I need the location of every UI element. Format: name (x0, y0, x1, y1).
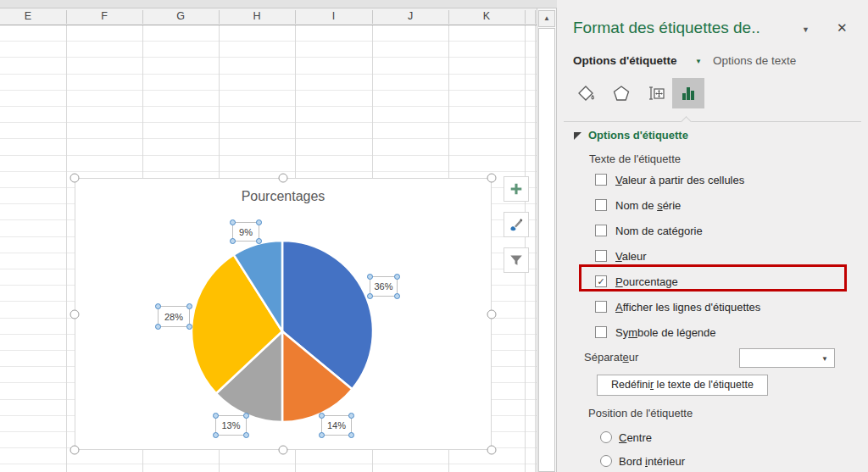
chart-handle-middle-right[interactable] (487, 310, 497, 319)
checkbox-label: Afficher les lignes d'étiquettes (615, 301, 760, 314)
pentagon-icon (612, 84, 631, 103)
data-label-13pct[interactable]: 13% (215, 415, 247, 436)
data-label-28pct[interactable]: 28% (158, 306, 190, 327)
reset-label-text-button[interactable]: Redéfinir le texte de l'étiquette (597, 375, 768, 396)
chart-handle-bottom-right[interactable] (487, 446, 497, 455)
fill-line-tab[interactable] (570, 78, 601, 108)
column-header-G[interactable]: G (142, 8, 219, 25)
funnel-icon (509, 253, 524, 268)
pane-dropdown-icon[interactable]: ▼ (802, 25, 810, 34)
chart-handle-top-right[interactable] (487, 174, 497, 183)
checkbox-valeur[interactable]: Valeur (595, 249, 647, 263)
label-handle[interactable] (213, 413, 219, 419)
chart-handle-top-center[interactable] (279, 174, 288, 183)
label-handle[interactable] (256, 219, 262, 225)
close-icon[interactable]: ✕ (837, 20, 848, 36)
scrollbar-thumb[interactable] (538, 28, 555, 472)
label-handle[interactable] (348, 413, 354, 419)
section-title[interactable]: Options d'étiquette (588, 129, 688, 142)
radio-circle[interactable] (600, 455, 612, 467)
column-headers[interactable]: EFGHIJK (0, 8, 537, 25)
effects-tab[interactable] (606, 78, 637, 108)
checkbox-label: Nom de série (615, 199, 681, 212)
data-label-36pct[interactable]: 36% (370, 276, 398, 297)
chart-object[interactable]: Pourcentages 9% 36% 28% 13% 14% (75, 178, 492, 450)
pie-chart[interactable] (75, 179, 492, 451)
checkbox-box[interactable] (595, 225, 607, 236)
checkbox-nom-de-serie[interactable]: Nom de série (595, 198, 681, 212)
checkbox-box[interactable] (595, 326, 607, 338)
separator-label: Séparateur (584, 351, 638, 364)
size-properties-icon (648, 84, 666, 103)
bar-chart-icon (679, 84, 698, 103)
column-header-F[interactable]: F (66, 8, 142, 25)
scroll-up-icon: ▲ (543, 14, 550, 22)
label-handle[interactable] (256, 238, 262, 244)
label-handle[interactable] (230, 219, 236, 225)
label-handle[interactable] (394, 274, 400, 280)
chart-handle-bottom-center[interactable] (279, 446, 288, 455)
column-header-J[interactable]: J (372, 8, 448, 25)
radio-centre[interactable]: Centre (600, 430, 652, 444)
format-data-labels-pane: Format des étiquettes de.. ▼ ✕ Options d… (557, 0, 868, 472)
header-separator (525, 10, 526, 24)
chart-filters-button[interactable] (504, 247, 529, 273)
label-handle[interactable] (319, 432, 325, 438)
data-label-9pct[interactable]: 9% (232, 222, 259, 242)
section-collapse-icon[interactable] (574, 132, 581, 140)
label-handle[interactable] (213, 432, 219, 438)
tab-caret-icon[interactable]: ▼ (695, 58, 702, 65)
series-options-tab[interactable] (672, 78, 704, 108)
chart-styles-button[interactable] (504, 212, 529, 237)
label-handle[interactable] (155, 303, 161, 309)
chart-handle-top-left[interactable] (70, 174, 80, 183)
label-handle[interactable] (367, 274, 373, 280)
label-handle[interactable] (348, 432, 354, 438)
vertical-scrollbar[interactable]: ▲ (537, 8, 557, 472)
column-header-E[interactable]: E (0, 8, 66, 25)
label-handle[interactable] (243, 413, 249, 419)
checkbox-box[interactable] (595, 199, 607, 211)
header-separator (66, 10, 67, 24)
checkbox-box[interactable] (595, 301, 607, 313)
checkbox-label: Nom de catégorie (615, 225, 703, 237)
label-handle[interactable] (186, 303, 192, 309)
radio-circle[interactable] (600, 431, 612, 443)
divider (564, 121, 861, 122)
scroll-up-button[interactable]: ▲ (538, 10, 555, 27)
column-header-H[interactable]: H (219, 8, 295, 25)
header-separator (372, 10, 373, 24)
tab-options-etiquette[interactable]: Options d'étiquette (573, 54, 676, 67)
label-handle[interactable] (155, 324, 161, 330)
column-header-K[interactable]: K (448, 8, 525, 25)
tab-options-texte[interactable]: Options de texte (713, 54, 796, 67)
checkbox-symbole-de-legende[interactable]: Symbole de légende (595, 325, 716, 339)
label-position-group-label: Position de l'étiquette (588, 407, 693, 419)
chart-handle-middle-left[interactable] (70, 310, 80, 319)
paint-bucket-icon (576, 84, 595, 103)
header-separator (295, 10, 296, 24)
checkbox-valeur-a-partir-des-cellules[interactable]: Valeur à partir des cellules (595, 173, 744, 186)
excel-window: EFGHIJK ▲ Pourcentages 9% 36% 28% 13% 14… (0, 0, 868, 472)
checkbox-afficher-les-lignes-detiquettes[interactable]: Afficher les lignes d'étiquettes (595, 300, 760, 314)
separator-dropdown[interactable]: ▼ (739, 348, 835, 368)
column-header-I[interactable]: I (295, 8, 372, 25)
label-handle[interactable] (394, 293, 400, 299)
label-handle[interactable] (186, 324, 192, 330)
divider-notch (681, 116, 692, 127)
chart-elements-button[interactable] (504, 176, 529, 202)
checkbox-nom-de-categorie[interactable]: Nom de catégorie (595, 224, 703, 237)
label-text-group-label: Texte de l'étiquette (589, 153, 681, 165)
checkbox-box[interactable] (595, 250, 607, 262)
data-label-14pct[interactable]: 14% (321, 415, 352, 436)
size-properties-tab[interactable] (642, 78, 672, 108)
checkbox-box[interactable] (595, 174, 607, 186)
label-handle[interactable] (243, 432, 249, 438)
label-handle[interactable] (319, 413, 325, 419)
label-handle[interactable] (230, 238, 236, 244)
checkbox-pourcentage[interactable]: ✓Pourcentage (595, 275, 678, 288)
radio-bord-interieur[interactable]: Bord intérieur (600, 454, 685, 468)
chart-handle-bottom-left[interactable] (70, 446, 80, 455)
label-handle[interactable] (367, 293, 373, 299)
checkbox-box[interactable]: ✓ (595, 275, 607, 287)
